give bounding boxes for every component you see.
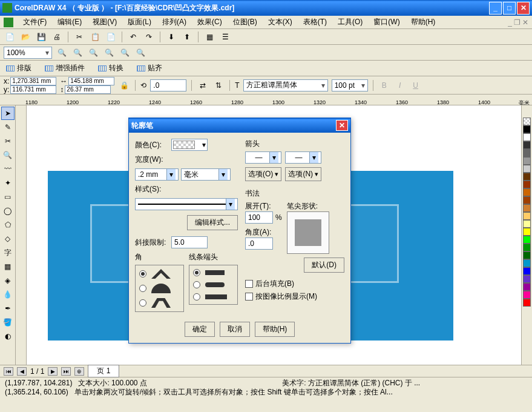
- outline-tool[interactable]: ✒: [1, 302, 15, 315]
- font-combo[interactable]: 方正粗谭黑简体▾: [243, 79, 328, 91]
- menu-file[interactable]: 文件(F): [18, 16, 51, 28]
- swatch[interactable]: [523, 181, 531, 188]
- x-input[interactable]: 1,270.381 mm: [10, 77, 56, 85]
- italic-icon[interactable]: I: [394, 79, 406, 91]
- zoom-page-icon[interactable]: 🔍: [119, 47, 131, 59]
- interactive-tool[interactable]: ◈: [1, 274, 15, 287]
- edit-style-button[interactable]: 编辑样式...: [187, 215, 238, 230]
- menu-effects[interactable]: 效果(C): [192, 16, 227, 28]
- new-button[interactable]: 📄: [4, 31, 16, 43]
- scale-with-checkbox[interactable]: [245, 293, 253, 301]
- swatch[interactable]: [523, 236, 531, 244]
- page-next[interactable]: ▶: [48, 367, 57, 376]
- swatch[interactable]: [523, 299, 531, 307]
- tab-layout[interactable]: 排版: [4, 62, 34, 75]
- print-button[interactable]: 🖨: [51, 31, 63, 43]
- swatch[interactable]: [523, 267, 531, 275]
- arrow-end-combo[interactable]: —▾: [285, 151, 321, 164]
- menu-layout[interactable]: 版面(L): [123, 16, 156, 28]
- swatch[interactable]: [523, 259, 531, 267]
- color-picker[interactable]: ▾: [171, 139, 208, 151]
- dialog-titlebar[interactable]: 轮廓笔 ✕: [129, 118, 350, 133]
- menu-help[interactable]: 帮助(H): [406, 16, 441, 28]
- tab-snap[interactable]: 贴齐: [134, 62, 165, 75]
- mdi-minimize[interactable]: _: [508, 18, 512, 27]
- zoom-in-icon[interactable]: 🔍: [56, 47, 68, 59]
- height-input[interactable]: 26.37 mm: [65, 85, 111, 94]
- miter-input[interactable]: 5.0: [171, 236, 208, 248]
- shape-tool[interactable]: ✎: [1, 121, 15, 134]
- arrow-options-right[interactable]: 选项(N) ▾: [285, 167, 321, 181]
- polygon-tool[interactable]: ⬠: [1, 218, 15, 231]
- default-button[interactable]: 默认(D): [304, 258, 344, 273]
- behind-fill-checkbox[interactable]: [245, 280, 253, 288]
- zoom-combo[interactable]: 100%▾: [4, 47, 52, 59]
- angle-input[interactable]: .0: [245, 238, 273, 250]
- cap-round-radio[interactable]: [193, 281, 200, 288]
- swatch[interactable]: [523, 133, 531, 141]
- style-combo[interactable]: ▾: [135, 198, 238, 210]
- import-button[interactable]: ⬇: [165, 31, 177, 43]
- swatch[interactable]: [523, 275, 531, 283]
- swatch[interactable]: [523, 196, 531, 204]
- swatch[interactable]: [523, 244, 531, 251]
- minimize-button[interactable]: _: [489, 2, 502, 15]
- swatch[interactable]: [523, 220, 531, 228]
- arrow-options-left[interactable]: 选项(O) ▾: [245, 167, 281, 181]
- page-prev[interactable]: ◀: [17, 367, 27, 376]
- close-button[interactable]: ✕: [517, 2, 530, 15]
- fontsize-combo[interactable]: 100 pt▾: [332, 79, 368, 91]
- swatch[interactable]: [523, 188, 531, 196]
- mirror-h-icon[interactable]: ⇄: [197, 79, 209, 91]
- swatch[interactable]: [523, 157, 531, 165]
- rotate-input[interactable]: .0: [150, 79, 186, 91]
- fill-tool[interactable]: 🪣: [1, 316, 15, 329]
- swatch[interactable]: [523, 212, 531, 220]
- width-input[interactable]: 145.188 mm: [68, 77, 114, 85]
- width-combo[interactable]: .2 mm▾: [135, 168, 179, 181]
- zoom-selection-icon[interactable]: 🔍: [87, 47, 99, 59]
- smart-tool[interactable]: ✦: [1, 176, 15, 190]
- menu-table[interactable]: 表格(T): [298, 16, 332, 28]
- cancel-button[interactable]: 取消: [220, 322, 250, 337]
- corner-mitre-radio[interactable]: [139, 270, 146, 277]
- swatch[interactable]: [523, 125, 531, 133]
- menu-tools[interactable]: 工具(O): [333, 16, 367, 28]
- menu-text[interactable]: 文本(X): [263, 16, 297, 28]
- eyedropper-tool[interactable]: 💧: [1, 288, 15, 301]
- rectangle-tool[interactable]: ▭: [1, 190, 15, 204]
- copy-button[interactable]: 📋: [89, 31, 101, 43]
- interactive-fill-tool[interactable]: ◐: [1, 330, 15, 343]
- open-button[interactable]: 📂: [19, 31, 31, 43]
- menu-edit[interactable]: 编辑(E): [53, 16, 87, 28]
- help-button[interactable]: 帮助(H): [255, 322, 295, 337]
- mdi-close[interactable]: ✕: [522, 18, 528, 27]
- save-button[interactable]: 💾: [35, 31, 47, 43]
- swatch[interactable]: [523, 228, 531, 236]
- page-last[interactable]: ⏭: [61, 367, 71, 376]
- undo-button[interactable]: ↶: [127, 31, 139, 43]
- table-tool[interactable]: ▦: [1, 260, 15, 273]
- dialog-close-button[interactable]: ✕: [336, 120, 348, 131]
- swatch-none[interactable]: [523, 118, 531, 125]
- mirror-v-icon[interactable]: ⇅: [212, 79, 225, 91]
- menu-window[interactable]: 窗口(W): [369, 16, 404, 28]
- menu-arrange[interactable]: 排列(A): [157, 16, 191, 28]
- maximize-button[interactable]: □: [503, 2, 516, 15]
- app-launcher-button[interactable]: ▦: [203, 31, 215, 43]
- corner-bevel-radio[interactable]: [139, 299, 146, 307]
- swatch[interactable]: [523, 173, 531, 181]
- arrow-start-combo[interactable]: —▾: [245, 151, 281, 164]
- export-button[interactable]: ⬆: [181, 31, 193, 43]
- swatch[interactable]: [523, 283, 531, 291]
- tab-transform[interactable]: 转换: [96, 62, 126, 75]
- bold-icon[interactable]: B: [378, 79, 390, 91]
- underline-icon[interactable]: U: [410, 79, 422, 91]
- text-tool[interactable]: 字: [1, 246, 15, 259]
- stretch-input[interactable]: 100: [245, 211, 273, 224]
- y-input[interactable]: 116.731 mm: [10, 85, 56, 94]
- page-first[interactable]: ⏮: [4, 367, 13, 376]
- redo-button[interactable]: ↷: [143, 31, 155, 43]
- cut-button[interactable]: ✂: [73, 31, 85, 43]
- basic-shapes-tool[interactable]: ◇: [1, 232, 15, 245]
